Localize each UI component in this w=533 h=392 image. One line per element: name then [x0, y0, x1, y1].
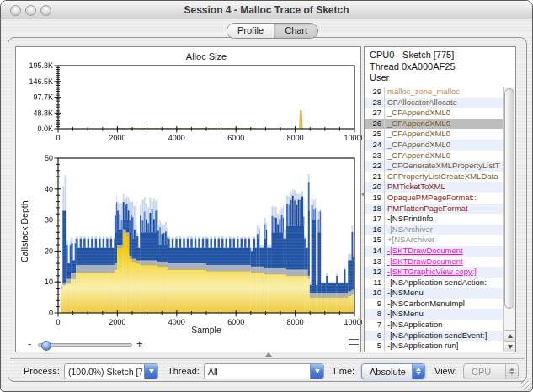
frame-number: 6: [365, 331, 385, 342]
frame-number: 24: [365, 140, 385, 151]
arrow-up-icon: [416, 368, 421, 371]
list-item[interactable]: 10-[NSMenu: [365, 288, 503, 299]
zoom-slider-thumb[interactable]: [41, 341, 51, 351]
frame-label: _CFAppendXML0: [385, 129, 450, 140]
list-item[interactable]: 7-[NSApplication: [365, 320, 503, 331]
frame-label: -[NSApplication sendEvent:]: [385, 331, 487, 342]
frame-label: _CFAppendXML0: [385, 108, 450, 119]
list-item[interactable]: 11-[NSApplication sendAction:: [365, 278, 503, 289]
frame-number: 15: [365, 235, 385, 246]
frame-number: 20: [365, 182, 385, 193]
list-item[interactable]: 20PMTicketToXML: [365, 182, 503, 193]
list-item[interactable]: 6-[NSApplication sendEvent:]: [365, 331, 503, 342]
frame-label: -[NSPrintInfo: [385, 214, 433, 225]
callstack-scrollbar[interactable]: [503, 87, 515, 352]
list-item[interactable]: 24_CFAppendXML0: [365, 140, 503, 151]
frame-number: 13: [365, 257, 385, 268]
list-item[interactable]: 17-[NSPrintInfo: [365, 214, 503, 225]
list-item[interactable]: 9-[NSCarbonMenuImpl: [365, 299, 503, 310]
frame-number: 7: [365, 320, 385, 331]
callstack-header-user: User: [370, 72, 515, 84]
frame-number: 5: [365, 341, 385, 352]
arrow-down-icon: [416, 372, 421, 375]
frame-label: PMTicketToXML: [385, 182, 445, 193]
frame-number: 26: [365, 119, 385, 130]
frame-label: OpaquePMPageFormat::: [385, 193, 477, 204]
list-item[interactable]: 28CFAllocatorAllocate: [365, 98, 503, 109]
window-title: Session 4 - Malloc Trace of Sketch: [1, 4, 532, 16]
chevron-down-icon: [149, 369, 154, 373]
list-item[interactable]: 13-[SKTDrawDocument: [365, 257, 503, 268]
list-item[interactable]: 29malloc_zone_malloc: [365, 87, 503, 98]
list-item[interactable]: 5-[NSApplication run]: [365, 341, 503, 352]
frame-label: -[NSCarbonMenuImpl: [385, 299, 465, 310]
list-lines-icon[interactable]: [349, 339, 359, 349]
view-popup-arrows-icon: [505, 364, 518, 379]
list-item[interactable]: 23_CFAppendXML0: [365, 151, 503, 162]
frame-label: +[NSArchiver: [385, 235, 434, 246]
list-item[interactable]: 18PMFlattenPageFormat: [365, 204, 503, 215]
zoom-slider-track[interactable]: [38, 343, 132, 347]
app-window: Session 4 - Malloc Trace of Sketch Profi…: [0, 0, 533, 392]
callstack-header-cpu: CPU0 - Sketch [775]: [370, 50, 515, 61]
frame-number: 18: [365, 204, 385, 215]
scroll-down-button[interactable]: [504, 341, 516, 352]
scroll-up-button[interactable]: [504, 330, 516, 341]
titlebar: Session 4 - Malloc Trace of Sketch: [1, 1, 532, 19]
frame-label: -[NSMenu: [385, 309, 424, 320]
arrow-up-icon: [509, 368, 514, 371]
frame-label: -[SKTDrawDocument: [385, 246, 463, 257]
splitter-collapse-up-icon[interactable]: [265, 352, 272, 357]
frame-label: CFAllocatorAllocate: [385, 98, 457, 109]
callstack-y-axis-label: Callstack Depth: [19, 156, 31, 307]
thread-combobox[interactable]: All: [204, 363, 324, 379]
process-combobox[interactable]: (100.0%) Sketch [775]: [64, 363, 158, 379]
scrollbar-thumb[interactable]: [504, 88, 514, 309]
arrow-down-icon: [509, 372, 514, 375]
tab-chart[interactable]: Chart: [274, 24, 317, 38]
bottom-controls: Process: (100.0%) Sketch [775] Thread: A…: [8, 363, 526, 381]
frame-number: 21: [365, 172, 385, 183]
list-item[interactable]: 26_CFAppendXML0: [365, 119, 503, 130]
resize-grip[interactable]: [521, 380, 531, 390]
frame-number: 11: [365, 278, 385, 289]
chevron-down-icon: [315, 369, 320, 373]
list-item[interactable]: 19OpaquePMPageFormat::: [365, 193, 503, 204]
zoom-out-label[interactable]: -: [28, 337, 31, 350]
frame-number: 8: [365, 309, 385, 320]
frame-number: 17: [365, 214, 385, 225]
list-item[interactable]: 25_CFAppendXML0: [365, 129, 503, 140]
alloc-chart-canvas[interactable]: [16, 61, 362, 149]
time-popup-arrows-icon[interactable]: [412, 364, 424, 379]
bottom-splitter[interactable]: [10, 358, 525, 359]
callstack-x-axis-label: Sample: [58, 325, 354, 335]
time-popup[interactable]: Absolute: [361, 363, 425, 379]
frame-label: -[NSApplication sendAction:: [385, 278, 487, 289]
process-dropdown-icon[interactable]: [144, 364, 157, 379]
frame-label: malloc_zone_malloc: [385, 87, 460, 98]
list-item[interactable]: 27_CFAppendXML0: [365, 108, 503, 119]
list-item[interactable]: 21CFPropertyListCreateXMLData: [365, 172, 503, 183]
view-value: CPU: [472, 367, 491, 377]
list-item[interactable]: 22_CFGenerateXMLPropertyListT: [365, 161, 503, 172]
thread-dropdown-icon[interactable]: [310, 364, 323, 379]
thread-value: All: [208, 367, 308, 377]
frame-label: _CFAppendXML0: [385, 119, 450, 130]
list-item[interactable]: 14-[SKTDrawDocument: [365, 246, 503, 257]
frame-label: -[NSApplication run]: [385, 341, 458, 352]
tab-profile[interactable]: Profile: [227, 24, 274, 38]
tab-pane: Alloc Size Callstack Depth Sample - + CP…: [8, 37, 527, 382]
list-item[interactable]: 8-[NSMenu: [365, 309, 503, 320]
list-item[interactable]: 16-[NSArchiver: [365, 225, 503, 236]
frame-label: -[NSMenu: [385, 288, 424, 299]
frame-label: -[SKTDrawDocument: [385, 257, 463, 268]
zoom-in-label[interactable]: +: [136, 337, 143, 350]
frame-number: 22: [365, 161, 385, 172]
frame-number: 29: [365, 87, 385, 98]
list-item[interactable]: 15+[NSArchiver: [365, 235, 503, 246]
zoom-slider-row: - +: [16, 336, 362, 352]
callstack-header: CPU0 - Sketch [775] Thread 0xA000AF25 Us…: [365, 47, 515, 84]
time-label: Time:: [332, 366, 354, 376]
callstack-chart-canvas[interactable]: [16, 149, 362, 332]
list-item[interactable]: 12-[SKTGraphicView copy:]: [365, 267, 503, 278]
